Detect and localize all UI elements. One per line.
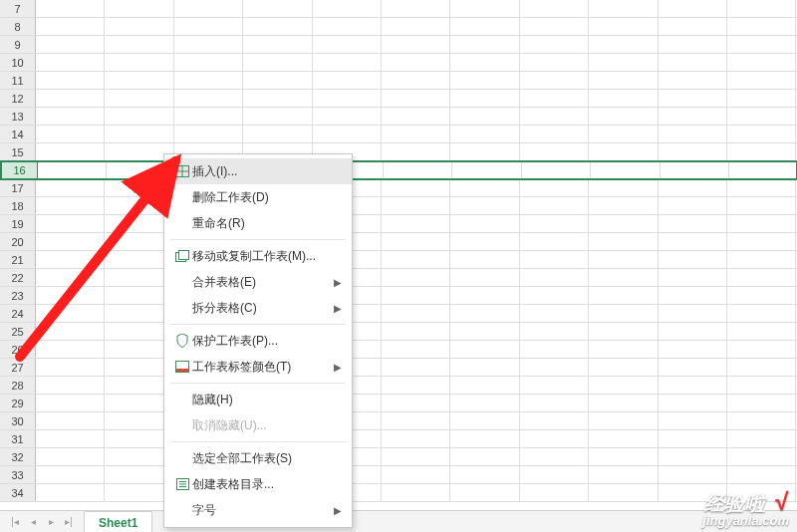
cell[interactable] bbox=[589, 269, 658, 286]
row-21[interactable]: 21 bbox=[0, 251, 797, 269]
cell[interactable] bbox=[520, 251, 589, 268]
row-9[interactable]: 9 bbox=[0, 36, 797, 54]
cell[interactable] bbox=[520, 90, 589, 107]
cell[interactable] bbox=[36, 72, 105, 89]
row-header[interactable]: 18 bbox=[0, 197, 36, 214]
cell[interactable] bbox=[589, 412, 658, 429]
row-header[interactable]: 26 bbox=[0, 341, 36, 358]
cell[interactable] bbox=[727, 341, 796, 358]
cell[interactable] bbox=[382, 0, 450, 17]
cell[interactable] bbox=[659, 412, 727, 429]
cell[interactable] bbox=[382, 323, 450, 340]
row-header[interactable]: 8 bbox=[0, 18, 36, 35]
cell[interactable] bbox=[382, 143, 450, 160]
cell[interactable] bbox=[727, 430, 796, 447]
cell[interactable] bbox=[36, 251, 105, 268]
cell[interactable] bbox=[727, 484, 796, 501]
cell[interactable] bbox=[661, 161, 729, 178]
cell[interactable] bbox=[382, 359, 450, 376]
cell[interactable] bbox=[36, 395, 105, 411]
cell[interactable] bbox=[450, 36, 519, 53]
cell[interactable] bbox=[520, 72, 589, 89]
cell[interactable] bbox=[450, 18, 519, 35]
row-10[interactable]: 10 bbox=[0, 54, 797, 72]
cell[interactable] bbox=[382, 179, 450, 196]
sheet-tab-sheet1[interactable]: Sheet1 bbox=[84, 511, 152, 533]
menu-select-all[interactable]: 选定全部工作表(S) bbox=[164, 445, 352, 471]
cell[interactable] bbox=[589, 448, 658, 465]
cell[interactable] bbox=[36, 54, 105, 71]
cell[interactable] bbox=[105, 72, 173, 89]
cell[interactable] bbox=[105, 54, 173, 71]
cell[interactable] bbox=[589, 251, 658, 268]
cell[interactable] bbox=[382, 484, 450, 501]
cell[interactable] bbox=[174, 0, 243, 17]
cell[interactable] bbox=[520, 359, 589, 376]
cell[interactable] bbox=[450, 430, 519, 447]
cell[interactable] bbox=[36, 90, 105, 107]
cell[interactable] bbox=[589, 72, 658, 89]
cell[interactable] bbox=[589, 484, 658, 501]
row-header[interactable]: 9 bbox=[0, 36, 36, 53]
cell[interactable] bbox=[727, 179, 796, 196]
cell[interactable] bbox=[382, 90, 450, 107]
cell[interactable] bbox=[589, 108, 658, 125]
cell[interactable] bbox=[727, 197, 796, 214]
cell[interactable] bbox=[36, 108, 105, 125]
cell[interactable] bbox=[36, 341, 105, 358]
cell[interactable] bbox=[727, 90, 796, 107]
cell[interactable] bbox=[174, 108, 243, 125]
cell[interactable] bbox=[384, 161, 452, 178]
cell[interactable] bbox=[727, 269, 796, 286]
cell[interactable] bbox=[589, 233, 658, 250]
cell[interactable] bbox=[659, 108, 727, 125]
cell[interactable] bbox=[382, 341, 450, 358]
cell[interactable] bbox=[520, 143, 589, 160]
cell[interactable] bbox=[36, 359, 105, 376]
cell[interactable] bbox=[450, 233, 519, 250]
cell[interactable] bbox=[589, 341, 658, 358]
cell[interactable] bbox=[659, 430, 727, 447]
cell[interactable] bbox=[589, 0, 658, 17]
cell[interactable] bbox=[659, 466, 727, 483]
cell[interactable] bbox=[589, 287, 658, 304]
cell[interactable] bbox=[243, 36, 312, 53]
cell[interactable] bbox=[36, 412, 105, 429]
cell[interactable] bbox=[520, 197, 589, 214]
row-11[interactable]: 11 bbox=[0, 72, 797, 90]
row-33[interactable]: 33 bbox=[0, 466, 797, 484]
cell[interactable] bbox=[174, 72, 243, 89]
row-header[interactable]: 7 bbox=[0, 0, 36, 17]
row-header[interactable]: 30 bbox=[0, 412, 36, 429]
cell[interactable] bbox=[589, 377, 658, 394]
cell[interactable] bbox=[36, 215, 105, 232]
cell[interactable] bbox=[36, 179, 105, 196]
row-23[interactable]: 23 bbox=[0, 287, 797, 305]
cell[interactable] bbox=[105, 108, 173, 125]
cell[interactable] bbox=[450, 484, 519, 501]
cell[interactable] bbox=[243, 126, 312, 142]
row-header[interactable]: 32 bbox=[0, 448, 36, 465]
tab-nav-last-icon[interactable]: ▸| bbox=[60, 513, 78, 531]
cell[interactable] bbox=[174, 18, 243, 35]
cell[interactable] bbox=[520, 430, 589, 447]
cell[interactable] bbox=[382, 395, 450, 411]
cell[interactable] bbox=[450, 215, 519, 232]
cell[interactable] bbox=[520, 36, 589, 53]
cell[interactable] bbox=[174, 126, 243, 142]
menu-insert[interactable]: 插入(I)... bbox=[164, 158, 352, 184]
row-header[interactable]: 20 bbox=[0, 233, 36, 250]
cell[interactable] bbox=[659, 179, 727, 196]
cell[interactable] bbox=[727, 377, 796, 394]
cell[interactable] bbox=[313, 72, 382, 89]
cell[interactable] bbox=[727, 233, 796, 250]
cell[interactable] bbox=[382, 233, 450, 250]
cell[interactable] bbox=[659, 126, 727, 142]
cell[interactable] bbox=[520, 179, 589, 196]
menu-font-size[interactable]: 字号 ▶ bbox=[164, 497, 352, 523]
cell[interactable] bbox=[105, 18, 173, 35]
cell[interactable] bbox=[450, 108, 519, 125]
cell[interactable] bbox=[382, 36, 450, 53]
cell[interactable] bbox=[727, 36, 796, 53]
cell[interactable] bbox=[36, 269, 105, 286]
